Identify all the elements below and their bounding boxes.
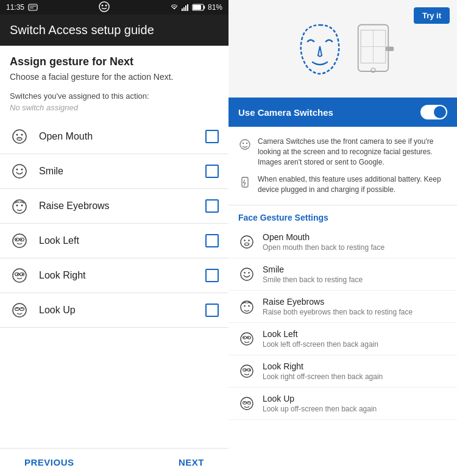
- svg-line-47: [243, 180, 245, 183]
- right-gesture-desc-smile: Smile then back to resting face: [263, 275, 363, 284]
- svg-point-2: [101, 4, 103, 6]
- svg-point-45: [246, 143, 247, 144]
- battery-pct: 81%: [208, 3, 222, 12]
- svg-rect-10: [193, 5, 201, 10]
- right-gesture-smile[interactable]: Smile Smile then back to resting face: [228, 258, 457, 291]
- right-gesture-look-up[interactable]: Look Up Look up off-screen then back aga…: [228, 388, 457, 420]
- right-look-right-icon: [238, 363, 255, 380]
- app-icon-status: [99, 1, 110, 14]
- svg-point-62: [243, 337, 244, 338]
- svg-rect-7: [187, 4, 188, 11]
- svg-point-21: [21, 205, 23, 207]
- right-open-mouth-icon: [238, 233, 255, 250]
- svg-point-17: [16, 169, 18, 171]
- status-bar: 11:35: [0, 0, 228, 15]
- gesture-name-look-right: Look Right: [39, 270, 205, 281]
- svg-point-44: [243, 143, 244, 144]
- gesture-checkbox-smile[interactable]: [205, 165, 219, 178]
- gesture-item-look-up[interactable]: Look Up: [0, 293, 228, 328]
- gesture-item-look-left[interactable]: Look Left: [0, 224, 228, 258]
- right-gesture-text-look-left: Look Left Look left off-screen then back…: [263, 329, 378, 349]
- right-gesture-desc-open-mouth: Open mouth then back to resting face: [263, 243, 384, 252]
- svg-point-16: [13, 165, 26, 178]
- section-desc: Choose a facial gesture for the action N…: [10, 72, 219, 82]
- svg-point-34: [16, 307, 18, 309]
- battery-info-icon: [238, 176, 252, 189]
- smile-icon: [10, 162, 29, 181]
- look-up-icon: [10, 300, 29, 320]
- svg-point-50: [241, 236, 253, 248]
- face-illustration: [292, 22, 347, 77]
- open-mouth-icon: [10, 127, 29, 146]
- status-bar-left: 11:35: [6, 3, 38, 12]
- right-gesture-name-raise-eyebrows: Raise Eyebrows: [263, 297, 413, 307]
- gesture-item-open-mouth[interactable]: Open Mouth: [0, 119, 228, 154]
- svg-point-18: [21, 169, 23, 171]
- camera-switch-toggle[interactable]: [420, 105, 447, 119]
- info-text-battery: When enabled, this feature uses addition…: [258, 174, 447, 195]
- right-gesture-raise-eyebrows[interactable]: Raise Eyebrows Raise both eyebrows then …: [228, 291, 457, 323]
- svg-point-43: [240, 140, 250, 149]
- right-gesture-text-open-mouth: Open Mouth Open mouth then back to resti…: [263, 232, 384, 252]
- info-section: Camera Switches use the front camera to …: [228, 127, 457, 205]
- right-gesture-open-mouth[interactable]: Open Mouth Open mouth then back to resti…: [228, 226, 457, 258]
- gesture-checkbox-look-up[interactable]: [205, 304, 219, 317]
- message-icon: [28, 4, 38, 11]
- gesture-checkbox-open-mouth[interactable]: [205, 130, 219, 143]
- gesture-name-look-left: Look Left: [39, 235, 205, 246]
- svg-point-65: [241, 365, 253, 377]
- svg-point-20: [16, 205, 18, 207]
- camera-info-icon: [238, 138, 252, 151]
- right-gesture-name-smile: Smile: [263, 265, 363, 274]
- right-gesture-name-look-left: Look Left: [263, 329, 378, 339]
- right-gesture-look-right[interactable]: Look Right Look right off-screen then ba…: [228, 355, 457, 388]
- right-gesture-name-look-right: Look Right: [263, 361, 383, 371]
- info-row-battery: When enabled, this feature uses addition…: [238, 171, 447, 199]
- info-row-camera: Camera Switches use the front camera to …: [238, 133, 447, 171]
- svg-point-24: [16, 239, 18, 241]
- assigned-section: Switches you've assigned to this action:…: [0, 84, 228, 119]
- gesture-checkbox-raise-eyebrows[interactable]: [205, 199, 219, 213]
- right-gesture-look-left[interactable]: Look Left Look left off-screen then back…: [228, 323, 457, 355]
- svg-point-72: [244, 402, 245, 403]
- svg-point-1: [99, 2, 109, 12]
- svg-point-29: [17, 274, 19, 275]
- svg-point-26: [21, 239, 23, 241]
- svg-rect-4: [182, 9, 183, 11]
- camera-switch-bar[interactable]: Use Camera Switches: [228, 98, 457, 127]
- svg-point-74: [248, 402, 249, 403]
- right-panel: Try it Use Camera Switches: [228, 0, 457, 476]
- app-title: Switch Access setup guide: [10, 23, 154, 37]
- svg-point-64: [247, 337, 249, 338]
- section-title: Assign gesture for Next: [10, 55, 219, 68]
- gesture-checkbox-look-left[interactable]: [205, 234, 219, 247]
- right-gesture-text-look-right: Look Right Look right off-screen then ba…: [263, 361, 383, 381]
- left-panel: 11:35: [0, 0, 228, 476]
- gesture-name-look-up: Look Up: [39, 305, 205, 316]
- gesture-item-smile[interactable]: Smile: [0, 154, 228, 189]
- raise-eyebrows-icon: [10, 196, 29, 216]
- right-raise-eyebrows-icon: [238, 298, 255, 315]
- right-look-left-icon: [238, 330, 255, 347]
- svg-point-52: [248, 240, 250, 241]
- svg-rect-46: [242, 177, 248, 187]
- right-gesture-name-look-up: Look Up: [263, 394, 377, 403]
- left-content: Assign gesture for Next Choose a facial …: [0, 46, 228, 476]
- previous-button[interactable]: Previous: [24, 457, 74, 467]
- next-button[interactable]: Next: [179, 457, 204, 467]
- bottom-nav: Previous Next: [0, 448, 228, 476]
- svg-line-49: [244, 183, 246, 186]
- svg-point-60: [241, 333, 253, 345]
- svg-rect-6: [185, 5, 186, 11]
- gesture-item-raise-eyebrows[interactable]: Raise Eyebrows: [0, 189, 228, 224]
- svg-point-31: [22, 274, 24, 275]
- try-it-button[interactable]: Try it: [414, 7, 450, 24]
- right-gesture-desc-look-right: Look right off-screen then back again: [263, 372, 383, 381]
- camera-switch-label: Use Camera Switches: [238, 107, 333, 118]
- gesture-item-look-right[interactable]: Look Right: [0, 258, 228, 293]
- right-look-up-icon: [238, 395, 255, 412]
- toggle-circle: [434, 106, 446, 118]
- svg-point-53: [245, 243, 249, 245]
- gesture-checkbox-look-right[interactable]: [205, 269, 219, 282]
- svg-point-15: [18, 138, 21, 140]
